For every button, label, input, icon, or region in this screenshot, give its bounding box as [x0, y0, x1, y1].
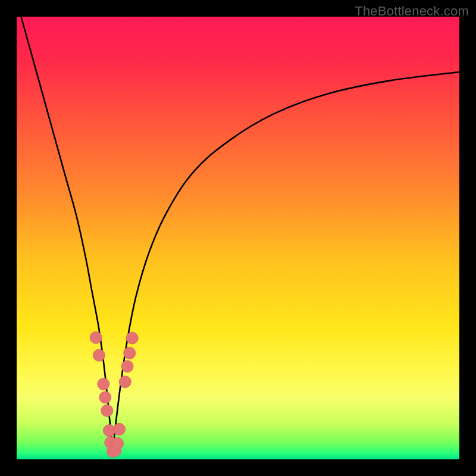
marker-point [121, 361, 133, 372]
chart-frame: TheBottleneck.com [0, 0, 476, 476]
marker-point [101, 405, 113, 416]
marker-point [124, 347, 136, 359]
marker-point [93, 349, 105, 361]
marker-point [99, 392, 111, 403]
plot-svg [17, 17, 459, 459]
marker-point [119, 376, 131, 388]
marker-point [114, 423, 126, 435]
watermark-text: TheBottleneck.com [355, 4, 469, 19]
plot-area [17, 17, 459, 459]
marker-point [112, 437, 124, 449]
marker-point [126, 332, 138, 344]
gradient-background [17, 17, 459, 459]
marker-point [98, 378, 109, 390]
marker-point [90, 331, 102, 343]
